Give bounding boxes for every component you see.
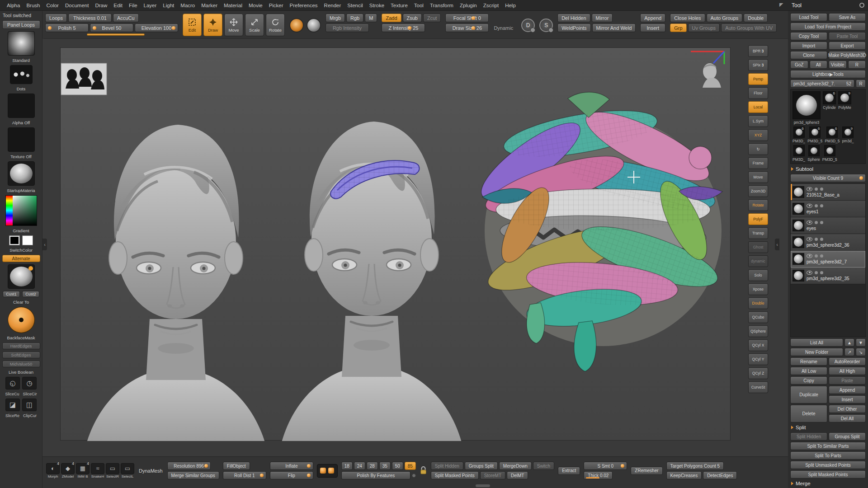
scale-mode-button[interactable]: Scale [245,14,264,36]
menu-item[interactable]: Zplugin [457,0,480,11]
shelf-scrollbar-handle[interactable] [476,484,490,487]
right-shelf-button[interactable]: Persp [748,73,768,85]
split-op-button[interactable]: Switch [533,462,554,470]
menu-item[interactable]: Color [43,0,61,11]
quick-brush-button[interactable]: ▭ SelectL [121,463,134,479]
live-boolean-label[interactable]: Live Boolean [9,370,33,375]
custom-sphere-thumbnail[interactable] [8,264,35,289]
right-shelf-button[interactable]: dynamic [748,255,768,267]
menu-item[interactable]: Macro [177,0,198,11]
subtool-button[interactable]: Rename [790,357,827,366]
paint-mode-button[interactable]: Mrgb [326,14,345,22]
groups-button[interactable]: Double [744,14,768,22]
right-shelf-button[interactable]: Frame [748,157,768,169]
sculpt-mode-button[interactable]: Zadd [382,14,401,22]
subtool-row[interactable]: pm3d_sphere3d2_36 [791,234,865,251]
slice-rect-icon[interactable]: ◪ [5,399,20,411]
split-op-button[interactable]: MergeDown [499,462,532,470]
right-shelf-button[interactable]: SPix3 [748,59,768,71]
menu-item[interactable]: Stencil [344,0,366,11]
collapse-left-arrow[interactable]: ‹ [42,239,47,250]
right-shelf-button[interactable]: PolyF [748,213,768,225]
right-shelf-button[interactable]: QCyl Z [748,367,768,379]
crease-angle-button[interactable]: 18 [341,462,353,470]
zremesher-button[interactable]: ZRemesher [631,467,662,475]
right-shelf-button[interactable]: XYZ [748,129,768,141]
subtool-row[interactable]: pm3d_sphere3d2_7 [791,251,865,267]
menu-item[interactable]: Tool [411,0,427,11]
menu-item[interactable]: Document [62,0,92,11]
current-brush-thumbnail[interactable] [8,31,35,56]
right-shelf-button[interactable]: QCube [748,311,768,323]
menu-item[interactable]: Picker [266,0,287,11]
eye-icon[interactable] [807,237,812,241]
right-shelf-button[interactable]: BPR3 [748,45,768,57]
fill-object-button[interactable]: FillObject [223,462,250,470]
menu-item[interactable]: Alpha [4,0,23,11]
dynamesh-label[interactable]: DynaMesh [139,468,163,474]
move-down-button[interactable]: ▼ [856,338,866,347]
menu-item[interactable]: Light [160,0,177,11]
thick-slider[interactable]: Thick 0.02 [584,471,613,479]
menu-item[interactable]: Draw [92,0,110,11]
delete-button[interactable]: Delete [790,405,827,422]
right-shelf-button[interactable]: Transp [748,227,768,239]
tool-button[interactable]: Visible [829,61,847,69]
tool-thumbnail[interactable]: 6 PM3D_5 [807,127,822,143]
right-shelf-button[interactable]: QCyl Y [748,353,768,365]
lightbox-tools-button[interactable]: Lightbox▶Tools [790,70,866,78]
list-all-button[interactable]: List All [790,338,843,347]
polypaint-icon[interactable] [815,271,818,274]
crease-angle-button[interactable]: 28 [367,462,378,470]
tool-thumbnail[interactable]: 6 Cylinde [823,91,836,110]
tool-button[interactable]: Copy Tool [790,32,827,40]
geometry-button[interactable]: Mirror And Weld [592,23,636,32]
right-shelf-button[interactable]: Local [748,101,768,113]
panel-loops-button[interactable]: Panel Loops [2,20,40,29]
document-canvas[interactable] [60,47,731,441]
tool-thumbnail[interactable]: PM3D_5 [822,145,837,162]
quick-brush-button[interactable]: 4 ◆ ZModel [61,463,75,479]
subtool-button[interactable]: Paste [829,376,866,385]
move-to-folder-up-icon[interactable]: ↗ [844,348,854,356]
secondary-color-swatch[interactable] [22,235,33,245]
polypaint-icon[interactable] [815,188,818,191]
uv-icon[interactable] [820,254,823,258]
quick-brush-button[interactable]: 4 ◐ Morph [46,463,60,479]
subtool-section-header[interactable]: Subtool [790,165,866,173]
menu-item[interactable]: Edit [110,0,126,11]
tool-button[interactable]: R [848,61,866,69]
flip-slider[interactable]: Flip [270,471,313,479]
menu-item[interactable]: Render [321,0,344,11]
del-all-button[interactable]: Del All [829,414,866,422]
stroke-type-thumbnail[interactable] [10,65,33,84]
geometry-button[interactable]: WeldPoints [557,23,590,32]
main-color-swatch[interactable] [9,235,20,245]
lock-icon[interactable] [420,466,427,475]
soft-edges-button[interactable]: SoftEdges [2,352,40,358]
zremesher-option-button[interactable]: DetectEdges [703,471,737,479]
cust1-button[interactable]: Cust1 [3,291,20,297]
clip-curve-icon[interactable]: ◫ [22,399,37,411]
polish-toggle-icon[interactable] [317,464,338,478]
right-shelf-button[interactable]: CurveSt [748,381,768,393]
del-other-button[interactable]: Del Other [829,405,866,413]
right-shelf-button[interactable]: L.Sym [748,115,768,127]
split-op-button[interactable]: DelMT [507,471,528,479]
split-button[interactable]: Split Unmasked Points [790,461,866,469]
uv-icon[interactable] [820,271,823,274]
tool-thumbnail[interactable]: Sphere [807,145,820,162]
tool-r-button[interactable]: R [856,80,866,88]
inflate-slider[interactable]: Inflate [270,462,313,470]
subtool-row[interactable]: 210512_Base_a [791,184,865,201]
menu-item[interactable]: Help [502,0,519,11]
visible-count-slider[interactable]: Visible Count 9 [790,174,866,182]
right-shelf-button[interactable]: ↻ [748,143,768,155]
target-polygons-slider[interactable]: Target Polygons Count 5 [666,462,724,470]
tool-thumbnail[interactable]: 9 pm3d_ [842,127,854,143]
move-to-folder-down-icon[interactable]: ↘ [856,348,866,356]
menu-item[interactable]: Transform [427,0,457,11]
draw-mode-button[interactable]: Draw [203,14,222,36]
quick-brush-button[interactable]: ▭ SelectR [106,463,119,479]
right-shelf-button[interactable]: Floor [748,87,768,99]
